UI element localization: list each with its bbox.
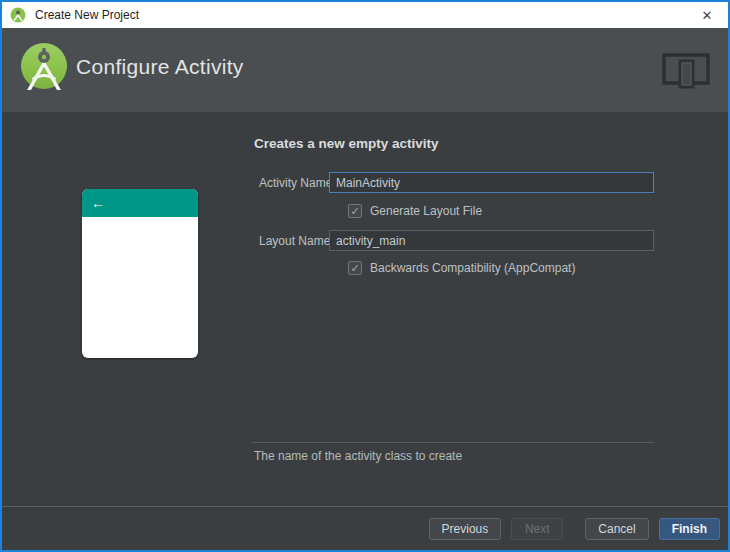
wizard-header: Configure Activity [2,28,728,112]
previous-button[interactable]: Previous [429,518,502,540]
field-hint-text: The name of the activity class to create [254,449,462,463]
close-icon: ✕ [702,8,713,23]
form-heading: Creates a new empty activity [254,136,439,151]
window-title: Create New Project [35,8,139,22]
backwards-compat-checkbox-row[interactable]: ✓ Backwards Compatibility (AppCompat) [348,261,575,275]
wizard-step-title: Configure Activity [76,55,244,79]
hint-divider [252,442,654,443]
generate-layout-checkbox[interactable]: ✓ [348,204,362,218]
check-icon: ✓ [350,206,359,217]
layout-name-label: Layout Name: [259,231,334,251]
back-arrow-icon: ← [91,196,105,210]
device-formfactor-icon [660,48,712,92]
finish-button[interactable]: Finish [659,518,720,540]
generate-layout-checkbox-row[interactable]: ✓ Generate Layout File [348,204,482,218]
wizard-footer: Previous Next Cancel Finish [2,506,728,550]
generate-layout-checkbox-label: Generate Layout File [370,204,482,218]
wizard-content: ← Creates a new empty activity Activity … [2,112,728,506]
backwards-compat-checkbox[interactable]: ✓ [348,261,362,275]
layout-name-input[interactable] [329,230,654,251]
backwards-compat-checkbox-label: Backwards Compatibility (AppCompat) [370,261,575,275]
android-studio-logo-icon [16,40,72,96]
activity-preview-thumbnail: ← [82,189,198,358]
close-button[interactable]: ✕ [686,2,728,28]
next-button[interactable]: Next [511,518,563,540]
preview-appbar: ← [82,189,198,217]
android-studio-app-icon [10,7,26,23]
activity-name-input[interactable] [329,172,654,193]
check-icon: ✓ [350,263,359,274]
cancel-button[interactable]: Cancel [585,518,648,540]
titlebar[interactable]: Create New Project ✕ [2,2,728,28]
create-new-project-window: Create New Project ✕ Configure Activity [0,0,730,552]
activity-name-label: Activity Name: [259,173,336,193]
